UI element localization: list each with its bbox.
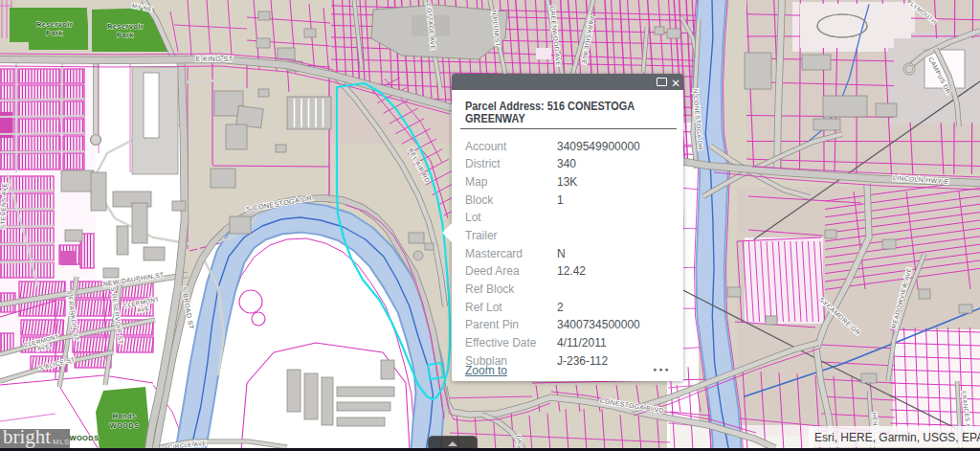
svg-text:Hands: Hands: [113, 412, 137, 420]
svg-text:Park: Park: [117, 31, 134, 39]
svg-text:E KING ST: E KING ST: [195, 55, 233, 63]
svg-text:WOODS: WOODS: [109, 421, 139, 430]
svg-text:Reservoir: Reservoir: [36, 20, 73, 29]
svg-text:Reservoir: Reservoir: [107, 22, 144, 31]
svg-text:Park: Park: [46, 29, 63, 37]
svg-text:WOODS: WOODS: [69, 434, 99, 442]
